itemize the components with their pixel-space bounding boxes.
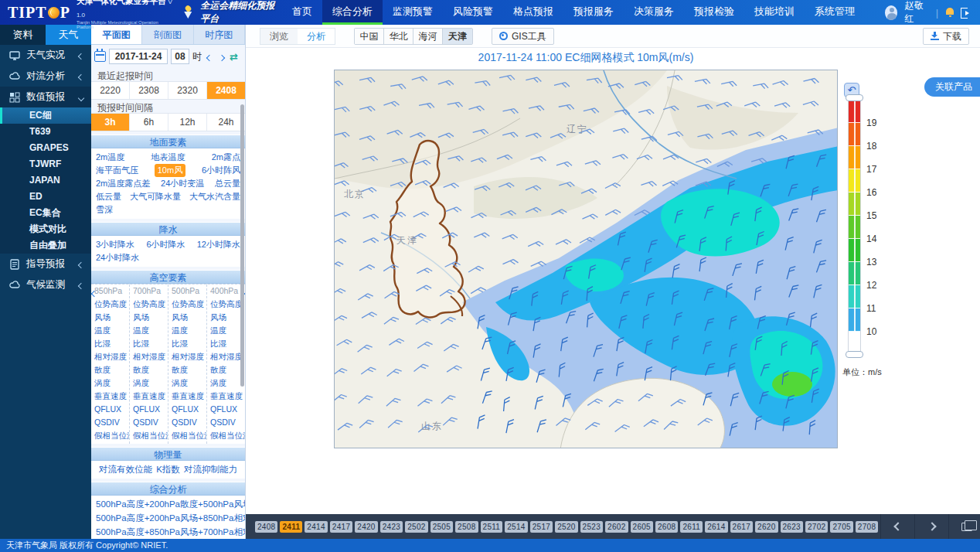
element-button[interactable]: QFLUX [133, 403, 168, 416]
submenu-item[interactable]: JAPAN [0, 172, 91, 189]
nav-item[interactable]: 预报检验 [684, 0, 744, 25]
element-button[interactable]: 涡度 [133, 377, 168, 390]
loop-icon[interactable]: ⇄ [230, 51, 238, 63]
element-button[interactable]: 温度 [94, 324, 129, 337]
element-button[interactable]: QFLUX [94, 403, 129, 416]
element-button[interactable]: 比湿 [94, 337, 129, 350]
time-step-button[interactable]: 2511 [481, 521, 503, 533]
logout-icon[interactable] [961, 8, 969, 17]
time-step-button[interactable]: 2417 [330, 521, 352, 533]
download-button[interactable]: 下载 [923, 28, 969, 45]
element-button[interactable]: 海平面气压 [96, 165, 138, 176]
prev-hour-button[interactable] [205, 48, 214, 65]
element-button[interactable]: K指数 [156, 464, 180, 475]
combo-button[interactable]: 500hPa高度+200hPa散度+500hPa风场 [96, 497, 245, 511]
element-button[interactable]: 假相当位温 [172, 429, 206, 442]
next-hour-button[interactable] [217, 48, 226, 65]
element-button[interactable]: 大气可降水量 [130, 191, 181, 203]
timeline-next-button[interactable] [914, 514, 948, 539]
nav-item[interactable]: 风险预警 [443, 0, 503, 25]
calendar-icon[interactable] [94, 51, 106, 62]
time-step-button[interactable]: 2605 [631, 521, 653, 533]
element-button[interactable]: 24小时降水 [96, 252, 139, 264]
element-button[interactable]: 位势高度 [94, 298, 129, 311]
element-button[interactable]: 对流抑制能力 [184, 464, 237, 475]
submenu-item[interactable]: EC集合 [0, 205, 91, 221]
sidebar-item-convection[interactable]: 对流分析 [0, 66, 91, 87]
element-button[interactable]: 相对湿度 [94, 350, 129, 363]
time-step-button[interactable]: 2611 [680, 521, 703, 533]
sidebar-item-weather-live[interactable]: 天气实况 [0, 45, 91, 66]
element-button[interactable]: 3小时降水 [96, 239, 134, 250]
element-button[interactable]: 涡度 [172, 377, 206, 390]
submenu-item[interactable]: 模式对比 [0, 221, 91, 237]
element-button[interactable]: 假相当位温 [133, 429, 168, 442]
element-button[interactable]: 垂直速度 [133, 390, 168, 403]
combo-button[interactable]: 500hPa高度+850hPa风场+700hPa相对湿度 [96, 525, 245, 539]
element-button[interactable]: 位势高度 [133, 298, 168, 311]
sidebar-item-guidance[interactable]: 指导预报 [0, 254, 91, 274]
nav-item[interactable]: 技能培训 [744, 0, 805, 25]
element-button[interactable]: 散度 [94, 363, 129, 377]
init-time-button[interactable]: 2320 [168, 82, 207, 99]
time-step-button[interactable]: 2708 [856, 521, 878, 533]
submenu-item[interactable]: GRAPES [0, 140, 91, 156]
element-button[interactable]: 位势高度 [172, 298, 206, 311]
time-step-button[interactable]: 2414 [305, 521, 327, 533]
time-step-button[interactable]: 2514 [505, 521, 527, 533]
hour-input[interactable] [171, 49, 189, 64]
element-button[interactable]: 风场 [172, 311, 206, 324]
interval-button[interactable]: 3h [91, 114, 130, 131]
wind-speed-legend[interactable] [848, 99, 861, 354]
element-button[interactable]: 假相当位温 [94, 429, 129, 442]
element-button[interactable]: QSDIV [133, 416, 168, 429]
element-button[interactable]: 总云量 [215, 178, 240, 189]
legend-handle-bottom[interactable] [846, 351, 863, 358]
nav-item[interactable]: 决策服务 [624, 0, 684, 25]
element-button[interactable]: QFLUX [172, 403, 206, 416]
element-button[interactable]: 风场 [94, 311, 129, 324]
element-button[interactable]: QSDIV [172, 416, 206, 429]
time-step-button[interactable]: 2420 [355, 521, 377, 533]
init-time-button[interactable]: 2308 [130, 82, 168, 99]
element-button[interactable]: QSDIV [94, 416, 129, 429]
element-button[interactable]: 涡度 [94, 377, 129, 390]
element-button[interactable]: 雪深 [96, 204, 113, 216]
element-button[interactable]: 对流有效位能 [99, 464, 152, 475]
element-button[interactable]: 大气水汽含量 [189, 191, 240, 203]
element-button[interactable]: 散度 [172, 363, 206, 377]
submenu-item[interactable]: EC细 [0, 107, 91, 124]
related-products-button[interactable]: 关联产品 [924, 77, 980, 97]
time-step-button[interactable]: 2523 [580, 521, 603, 533]
element-button[interactable]: 2m温度露点差 [96, 178, 150, 189]
nav-item[interactable]: 系统管理 [805, 0, 865, 25]
panel-scrollbar[interactable] [240, 104, 244, 387]
nav-item[interactable]: 监测预警 [383, 0, 443, 25]
element-button[interactable]: 比湿 [172, 337, 206, 350]
date-input[interactable] [109, 49, 168, 64]
legend-handle-top[interactable] [846, 94, 863, 101]
time-step-button[interactable]: 2617 [730, 521, 753, 533]
element-button[interactable]: QSDIV [210, 416, 245, 429]
interval-button[interactable]: 24h [207, 114, 245, 131]
interval-button[interactable]: 12h [168, 114, 207, 131]
combo-button[interactable]: 500hPa高度+200hPa风场+850hPa相对湿度 [96, 511, 245, 525]
region-tab[interactable]: 天津 [443, 29, 472, 44]
time-step-button[interactable]: 2620 [755, 521, 778, 533]
submenu-item[interactable]: 自由叠加 [0, 237, 91, 254]
snapshot-button[interactable] [948, 514, 980, 539]
nav-item[interactable]: 格点预报 [503, 0, 563, 25]
time-step-button[interactable]: 2623 [781, 521, 803, 533]
element-button[interactable]: 相对湿度 [133, 350, 168, 363]
element-button[interactable]: 24小时变温 [161, 178, 204, 189]
nav-item[interactable]: 综合分析 [322, 0, 383, 25]
element-button[interactable]: 6小时降水 [146, 239, 185, 250]
time-step-button[interactable]: 2408 [255, 521, 277, 533]
wind-map[interactable]: 辽宁北京天津山东 [334, 70, 838, 448]
element-button[interactable]: 相对湿度 [172, 350, 206, 363]
nav-item[interactable]: 首页 [282, 0, 322, 25]
time-step-button[interactable]: 2508 [455, 521, 478, 533]
init-time-button[interactable]: 2220 [91, 82, 130, 99]
element-button[interactable]: 2m温度 [96, 152, 124, 163]
time-step-button[interactable]: 2502 [405, 521, 427, 533]
